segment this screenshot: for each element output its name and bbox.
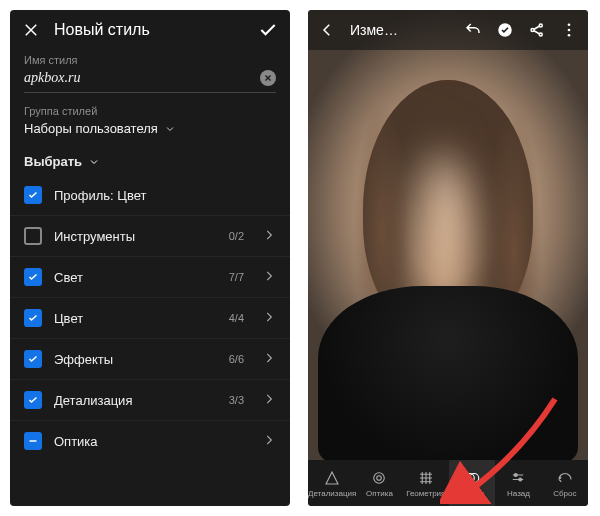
style-group-dropdown[interactable]: Наборы пользователя bbox=[24, 119, 276, 138]
svg-point-8 bbox=[374, 472, 385, 483]
option-label: Детализация bbox=[54, 393, 217, 408]
option-row[interactable]: Детализация3/3 bbox=[10, 379, 290, 420]
tool-Назад[interactable]: Назад bbox=[495, 460, 541, 506]
tool-label: Детализация bbox=[308, 489, 356, 498]
svg-rect-0 bbox=[30, 440, 37, 442]
tool-Стили[interactable]: Стили bbox=[449, 460, 495, 506]
svg-point-9 bbox=[377, 475, 382, 480]
editor-title: Изме… bbox=[350, 22, 398, 38]
svg-point-3 bbox=[539, 24, 542, 27]
tool-label: Стили bbox=[461, 489, 484, 498]
checkbox[interactable] bbox=[24, 227, 42, 245]
chevron-right-icon bbox=[262, 433, 276, 450]
svg-point-2 bbox=[531, 29, 534, 32]
style-group-field: Группа стилей Наборы пользователя bbox=[10, 101, 290, 146]
tool-Детализация[interactable]: Детализация bbox=[308, 460, 356, 506]
checkbox[interactable] bbox=[24, 391, 42, 409]
chevron-right-icon bbox=[262, 392, 276, 409]
tool-Сброс[interactable]: Сброс bbox=[542, 460, 588, 506]
chevron-down-icon bbox=[164, 123, 176, 135]
style-name-input[interactable]: apkbox.ru bbox=[24, 70, 260, 86]
field-label: Имя стиля bbox=[24, 54, 276, 66]
editor-topbar: Изме… bbox=[308, 10, 588, 50]
option-row[interactable]: Инструменты0/2 bbox=[10, 215, 290, 256]
undo-icon[interactable] bbox=[464, 21, 482, 39]
checkbox[interactable] bbox=[24, 350, 42, 368]
editor-panel: Изме… ДетализацияОптикаГеометрияСтилиНаз… bbox=[308, 10, 588, 506]
style-name-field: Имя стиля apkbox.ru bbox=[10, 50, 290, 101]
tool-Оптика[interactable]: Оптика bbox=[356, 460, 402, 506]
editor-toolbar: ДетализацияОптикаГеометрияСтилиНазадСбро… bbox=[308, 460, 588, 506]
checkbox[interactable] bbox=[24, 432, 42, 450]
back-icon[interactable] bbox=[318, 21, 336, 39]
chevron-right-icon bbox=[262, 351, 276, 368]
clear-icon[interactable] bbox=[260, 70, 276, 86]
svg-point-13 bbox=[519, 478, 522, 481]
tool-label: Назад bbox=[507, 489, 530, 498]
checkbox[interactable] bbox=[24, 268, 42, 286]
checkbox[interactable] bbox=[24, 186, 42, 204]
new-style-panel: Новый стиль Имя стиля apkbox.ru Группа с… bbox=[10, 10, 290, 506]
option-row[interactable]: Свет7/7 bbox=[10, 256, 290, 297]
share-icon[interactable] bbox=[528, 21, 546, 39]
svg-point-7 bbox=[568, 34, 571, 37]
svg-point-4 bbox=[539, 33, 542, 36]
more-icon[interactable] bbox=[560, 21, 578, 39]
tool-label: Геометрия bbox=[406, 489, 445, 498]
accept-icon[interactable] bbox=[496, 21, 514, 39]
close-icon[interactable] bbox=[22, 21, 40, 39]
svg-point-6 bbox=[568, 29, 571, 32]
tool-Геометрия[interactable]: Геометрия bbox=[403, 460, 449, 506]
option-label: Цвет bbox=[54, 311, 217, 326]
option-count: 0/2 bbox=[229, 230, 244, 242]
confirm-icon[interactable] bbox=[258, 20, 278, 40]
option-row[interactable]: Эффекты6/6 bbox=[10, 338, 290, 379]
option-row[interactable]: Профиль: Цвет bbox=[10, 175, 290, 215]
option-count: 3/3 bbox=[229, 394, 244, 406]
option-count: 6/6 bbox=[229, 353, 244, 365]
chevron-down-icon bbox=[88, 156, 100, 168]
option-label: Инструменты bbox=[54, 229, 217, 244]
svg-point-12 bbox=[515, 473, 518, 476]
svg-point-5 bbox=[568, 23, 571, 26]
chevron-right-icon bbox=[262, 310, 276, 327]
option-label: Профиль: Цвет bbox=[54, 188, 276, 203]
panel-title: Новый стиль bbox=[54, 21, 150, 39]
option-count: 4/4 bbox=[229, 312, 244, 324]
chevron-right-icon bbox=[262, 228, 276, 245]
checkbox[interactable] bbox=[24, 309, 42, 327]
field-label: Группа стилей bbox=[24, 105, 276, 117]
options-list: Профиль: ЦветИнструменты0/2Свет7/7Цвет4/… bbox=[10, 175, 290, 506]
tool-label: Оптика bbox=[366, 489, 393, 498]
chevron-right-icon bbox=[262, 269, 276, 286]
option-row[interactable]: Цвет4/4 bbox=[10, 297, 290, 338]
option-label: Эффекты bbox=[54, 352, 217, 367]
select-all-dropdown[interactable]: Выбрать bbox=[10, 146, 290, 175]
titlebar: Новый стиль bbox=[10, 10, 290, 50]
tool-label: Сброс bbox=[553, 489, 576, 498]
option-count: 7/7 bbox=[229, 271, 244, 283]
option-row[interactable]: Оптика bbox=[10, 420, 290, 461]
option-label: Оптика bbox=[54, 434, 250, 449]
option-label: Свет bbox=[54, 270, 217, 285]
